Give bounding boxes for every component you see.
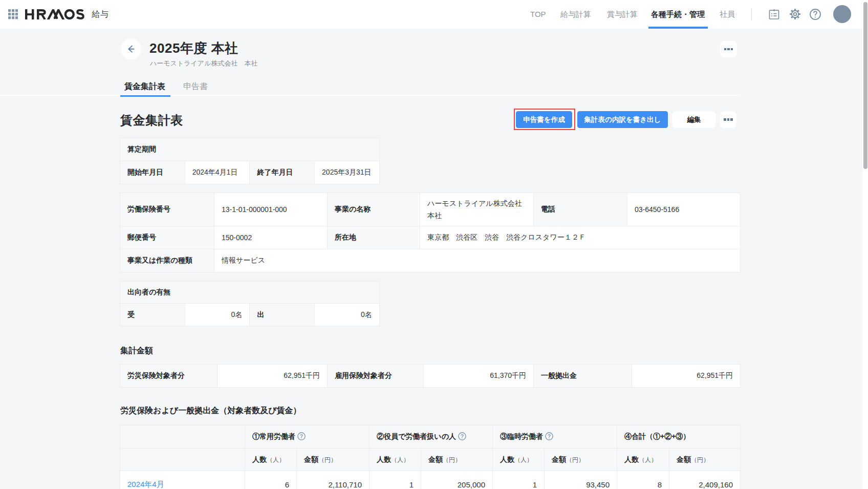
svg-text:?: ?: [548, 433, 551, 439]
svg-text:?: ?: [300, 433, 303, 439]
svg-text:?: ?: [461, 433, 464, 439]
